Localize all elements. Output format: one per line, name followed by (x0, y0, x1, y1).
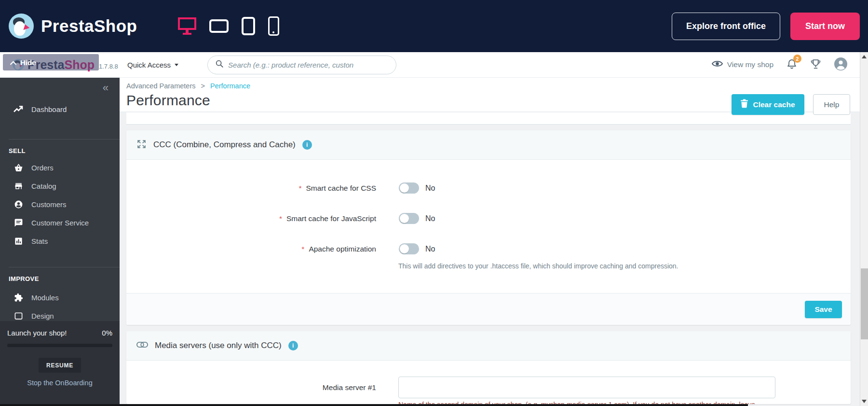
view-my-shop-label: View my shop (727, 60, 773, 69)
admin-header-actions: View my shop 2 (712, 57, 847, 72)
sidebar-item-label: Dashboard (31, 105, 67, 113)
scrollbar-up-arrow[interactable] (862, 55, 867, 58)
ccc-panel-body: *Smart cache for CSS No *Smart cache for… (126, 160, 851, 293)
ccc-panel-title: CCC (Combine, Compress and Cache) (153, 140, 296, 150)
required-asterisk: * (279, 214, 282, 223)
version-label: 1.7.8.8 (99, 63, 118, 70)
tablet-portrait-preview-icon[interactable] (242, 17, 255, 35)
breadcrumb-current: Performance (210, 82, 250, 90)
breadcrumb-parent[interactable]: Advanced Parameters (126, 82, 195, 90)
global-search (207, 56, 396, 74)
smart-cache-css-value: No (425, 184, 435, 193)
smart-cache-js-value: No (425, 214, 435, 223)
info-icon[interactable]: i (302, 140, 312, 150)
sidebar-item-modules[interactable]: Modules (0, 288, 120, 307)
notifications-button[interactable]: 2 (787, 58, 797, 71)
sidebar-item-dashboard[interactable]: Dashboard (0, 100, 120, 118)
dashboard-icon (14, 105, 23, 113)
hide-label: Hide (20, 58, 36, 67)
media-server-1-input[interactable] (398, 377, 775, 398)
notification-badge: 2 (793, 55, 801, 63)
media-servers-panel-title: Media servers (use only with CCC) (155, 341, 282, 350)
modules-icon (14, 293, 23, 302)
stop-onboarding-link[interactable]: Stop the OnBoarding (7, 379, 112, 387)
mobile-preview-icon[interactable] (268, 16, 279, 36)
ccc-panel-footer: Save (126, 293, 851, 325)
marketing-topbar: PrestaShop Explore front office Start no… (0, 0, 868, 52)
onboarding-progress-bar (7, 344, 112, 347)
form-row-smart-cache-css: *Smart cache for CSS No (126, 173, 851, 203)
chevron-down-icon (175, 64, 178, 66)
smart-cache-js-toggle[interactable] (399, 213, 419, 224)
media-servers-panel-header: Media servers (use only with CCC) i (126, 331, 851, 361)
link-icon (136, 341, 148, 350)
admin-sidebar: « Dashboard SELL Orders Catalog Customer… (0, 78, 120, 406)
form-row-apache-optimization: *Apache optimization No (126, 234, 851, 264)
breadcrumb-separator: > (201, 82, 205, 90)
clear-cache-button[interactable]: Clear cache (732, 94, 804, 115)
sidebar-item-label: Customers (31, 200, 67, 209)
page-scrollbar[interactable] (860, 52, 868, 406)
customer-service-icon (14, 218, 23, 227)
media-servers-panel: Media servers (use only with CCC) i Medi… (126, 331, 851, 404)
media-servers-panel-body: Media server #1 Name of the second domai… (126, 361, 851, 404)
smart-cache-css-label: Smart cache for CSS (306, 184, 376, 192)
onboarding-title: Launch your shop! (7, 329, 67, 337)
sidebar-item-label: Customer Service (31, 219, 89, 227)
help-button[interactable]: Help (813, 94, 850, 115)
search-icon (215, 59, 224, 70)
save-button[interactable]: Save (805, 301, 842, 318)
search-input[interactable] (228, 61, 389, 69)
sidebar-item-label: Stats (31, 237, 48, 245)
expand-panel-icon[interactable] (136, 139, 147, 151)
ccc-panel: CCC (Combine, Compress and Cache) i *Sma… (126, 130, 851, 325)
onboarding-percent: 0% (102, 329, 112, 337)
sidebar-item-label: Catalog (31, 182, 56, 190)
device-preview-switcher (178, 16, 279, 36)
sidebar-item-orders[interactable]: Orders (0, 158, 120, 177)
sidebar-item-label: Design (31, 312, 54, 320)
form-row-media-server-1: Media server #1 (126, 376, 851, 399)
sidebar-item-stats[interactable]: Stats (0, 232, 120, 250)
sidebar-item-customers[interactable]: Customers (0, 195, 120, 213)
sidebar-item-customer-service[interactable]: Customer Service (0, 213, 120, 232)
clear-cache-label: Clear cache (753, 100, 795, 109)
profile-avatar[interactable] (834, 57, 847, 72)
quick-access-dropdown[interactable]: Quick Access (127, 61, 178, 69)
hide-menu-button[interactable]: Hide (3, 54, 99, 70)
apache-optimization-label: Apache optimization (309, 245, 376, 253)
sidebar-section-sell: SELL (0, 140, 120, 154)
desktop-preview-icon[interactable] (178, 17, 196, 35)
eye-icon (712, 60, 723, 70)
apache-optimization-hint: This will add directives to your .htacce… (398, 262, 851, 270)
prestashop-brand: PrestaShop (9, 14, 137, 39)
collapse-sidebar-button[interactable]: « (103, 82, 107, 94)
tablet-landscape-preview-icon[interactable] (209, 19, 229, 33)
start-now-button[interactable]: Start now (790, 13, 860, 40)
sidebar-item-catalog[interactable]: Catalog (0, 177, 120, 195)
apache-optimization-value: No (425, 245, 435, 253)
scrollbar-down-arrow[interactable] (862, 400, 867, 403)
info-icon[interactable]: i (288, 341, 298, 350)
scrollbar-thumb[interactable] (861, 268, 868, 339)
chevron-up-icon (10, 58, 16, 67)
explore-front-office-button[interactable]: Explore front office (672, 13, 780, 40)
topbar-actions: Explore front office Start now (672, 13, 860, 40)
required-asterisk: * (298, 184, 301, 192)
sidebar-item-label: Modules (31, 294, 59, 302)
quick-access-label: Quick Access (127, 61, 171, 69)
stats-icon (14, 237, 23, 246)
view-my-shop-link[interactable]: View my shop (712, 60, 773, 70)
form-row-smart-cache-js: *Smart cache for JavaScript No (126, 203, 851, 234)
resume-onboarding-button[interactable]: RESUME (39, 358, 81, 373)
trash-icon (741, 99, 748, 110)
media-server-1-label: Media server #1 (126, 383, 376, 392)
required-asterisk: * (301, 245, 304, 253)
main-content: Advanced Parameters > Performance Perfor… (120, 78, 860, 406)
sidebar-item-label: Orders (31, 164, 54, 172)
ccc-panel-header: CCC (Combine, Compress and Cache) i (126, 130, 851, 160)
apache-optimization-toggle[interactable] (399, 243, 419, 254)
bell-icon (787, 62, 797, 70)
smart-cache-css-toggle[interactable] (399, 182, 419, 194)
trophy-icon[interactable] (810, 58, 821, 71)
